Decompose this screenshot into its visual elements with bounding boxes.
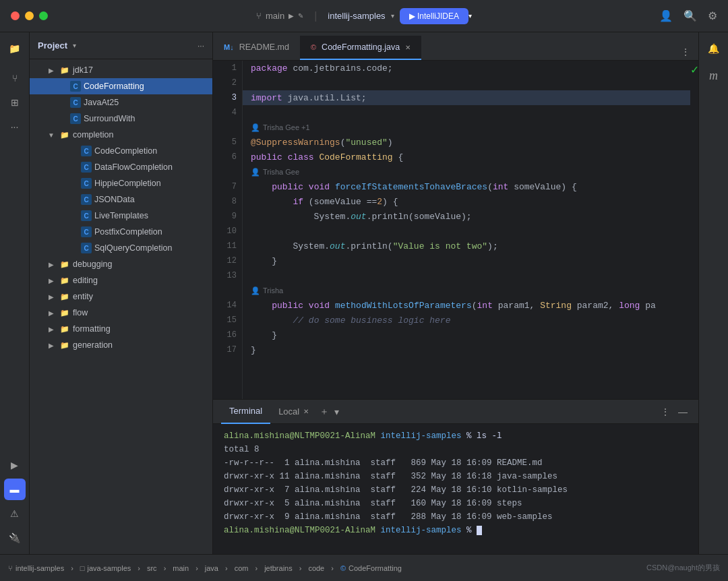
run-dropdown-icon[interactable]: ▾ [468, 12, 472, 20]
terminal-minimize-icon[interactable]: — [675, 404, 690, 420]
plain-17: } [251, 345, 256, 355]
folder-icon[interactable]: 📁 [4, 38, 26, 59]
terminal-add-icon[interactable]: ＋ [317, 403, 332, 421]
right-sidebar: 🔔 m [698, 32, 728, 554]
tree-item-DataFlowCompletion[interactable]: C DataFlowCompletion [30, 159, 212, 175]
plugins-icon[interactable]: 🔌 [4, 527, 26, 549]
panel-dropdown-icon[interactable]: ▾ [73, 42, 76, 49]
fullscreen-traffic-light[interactable] [39, 11, 48, 20]
git-annotation-text-1: Trisha Gee +1 [263, 123, 310, 131]
file-tree: ▶ 📁 jdk17 C CodeFormatting C JavaAt25 C … [30, 59, 212, 554]
run-button[interactable]: ▶ IntelliJIDEA [400, 8, 468, 24]
terminal-more-icon[interactable]: ⋮ [658, 404, 673, 420]
term-prompt-2: alina.mishina@NLTMP0021-AlinaM [224, 526, 375, 535]
class-breadcrumb-icon: © [340, 564, 346, 572]
italic-out-11: out [330, 241, 345, 251]
tree-label-generation: generation [73, 340, 113, 350]
tab-more-icon[interactable]: ⋮ [678, 44, 693, 60]
breadcrumb-src[interactable]: src [147, 564, 157, 572]
terminal-tab-main[interactable]: Terminal [221, 400, 270, 424]
tree-item-entity[interactable]: ▶ 📁 entity [30, 288, 212, 305]
tab-readme[interactable]: M↓ README.md [213, 36, 300, 60]
breadcrumb-codeformatting[interactable]: © CodeFormatting [340, 564, 402, 572]
check-icon: ✓ [690, 63, 699, 76]
kw-public-6: public [251, 152, 282, 162]
tree-label-flow: flow [73, 308, 88, 317]
tree-item-JavaAt25[interactable]: C JavaAt25 [30, 94, 212, 111]
terminal-tab-local-close-icon[interactable]: ✕ [303, 408, 309, 415]
problems-icon[interactable]: ⚠ [4, 503, 26, 524]
tree-item-completion[interactable]: ▼ 📁 completion [30, 127, 212, 143]
kw-void-14: void [309, 301, 330, 311]
tree-item-debugging[interactable]: ▶ 📁 debugging [30, 256, 212, 272]
code-line-12: } [243, 253, 690, 268]
terminal-content[interactable]: alina.mishina@NLTMP0021-AlinaM intellij-… [213, 424, 698, 554]
tree-item-SurroundWith[interactable]: C SurroundWith [30, 111, 212, 127]
search-icon[interactable]: 🔍 [684, 9, 697, 22]
term-output-7: drwxr-xr-x 9 alina.mishina staff 288 May… [224, 512, 553, 522]
tree-item-JSONData[interactable]: C JSONData [30, 191, 212, 208]
tree-item-LiveTemplates[interactable]: C LiveTemplates [30, 208, 212, 224]
terminal-dropdown-icon[interactable]: ▾ [332, 404, 342, 420]
folder-icon-jdk17: 📁 [59, 65, 70, 75]
tree-item-flow[interactable]: ▶ 📁 flow [30, 305, 212, 321]
tree-item-HippieCompletion[interactable]: C HippieCompletion [30, 175, 212, 191]
breadcrumb-java[interactable]: java [205, 564, 218, 572]
more-icon[interactable]: ··· [4, 116, 26, 137]
breadcrumb-main[interactable]: main [173, 564, 189, 572]
breadcrumb-com[interactable]: com [235, 564, 249, 572]
tree-item-formatting[interactable]: ▶ 📁 formatting [30, 321, 212, 337]
breadcrumb-code[interactable]: code [308, 564, 324, 572]
line-num-3: 3 [213, 90, 242, 105]
git-branch-status[interactable]: ⑂ intellij-samples [8, 564, 64, 572]
breadcrumb-jetbrains[interactable]: jetbrains [264, 564, 293, 572]
tree-item-CodeCompletion[interactable]: C CodeCompletion [30, 143, 212, 159]
class-icon-JSONData: C [81, 194, 92, 205]
bookmarks-icon[interactable]: m [703, 65, 725, 86]
line-num-14: 14 [213, 298, 242, 313]
kw-import: import [251, 93, 282, 103]
profile-icon[interactable]: 👤 [659, 9, 673, 22]
italic-out-9: out [351, 212, 366, 222]
term-cmd-1: % ls -l [466, 431, 502, 441]
tree-item-SqlQueryCompletion[interactable]: C SqlQueryCompletion [30, 240, 212, 256]
project-branch[interactable]: ⑂ main ▶ ✎ [256, 11, 303, 21]
run-panel-icon[interactable]: ▶ [4, 454, 26, 476]
term-output-4: drwxr-xr-x 11 alina.mishina staff 352 Ma… [224, 472, 557, 481]
tree-item-jdk17[interactable]: ▶ 📁 jdk17 [30, 62, 212, 78]
tree-item-PostfixCompletion[interactable]: C PostfixCompletion [30, 224, 212, 240]
kw-public-14: public [272, 301, 303, 311]
panel-header-actions[interactable]: ··· [198, 41, 204, 51]
term-line-7: drwxr-xr-x 9 alina.mishina staff 288 May… [224, 510, 688, 524]
class-icon-CodeCompletion: C [81, 146, 92, 156]
git-annotation-1: 👤 Trisha Gee +1 [243, 120, 690, 135]
status-bar: ⑂ intellij-samples › □ java-samples › sr… [0, 554, 728, 581]
notifications-icon[interactable]: 🔔 [703, 38, 725, 59]
tree-item-generation[interactable]: ▶ 📁 generation [30, 337, 212, 353]
line-numbers: 1 2 3 4 5 6 7 8 9 10 11 12 13 14 1 [213, 61, 243, 399]
folder-icon-formatting: 📁 [59, 324, 70, 334]
breadcrumb-sep-5: › [225, 564, 228, 572]
plain-16: } [251, 330, 277, 340]
minimize-traffic-light[interactable] [25, 11, 34, 20]
term-line-3: -rw-r--r-- 1 alina.mishina staff 869 May… [224, 456, 688, 470]
line-num-16: 16 [213, 328, 242, 342]
tree-item-CodeFormatting[interactable]: C CodeFormatting [30, 78, 212, 94]
tab-codeformatting[interactable]: © CodeFormatting.java ✕ [300, 36, 421, 60]
plain-8b: (someValue == [303, 197, 377, 207]
tree-arrow-completion: ▼ [46, 131, 57, 139]
method-force: forceIfStatementsTohaveBraces [335, 182, 487, 192]
tree-item-editing[interactable]: ▶ 📁 editing [30, 272, 212, 288]
method-lots: methodWithLotsOfParameters [335, 301, 472, 311]
modules-icon[interactable]: ⊞ [4, 92, 26, 113]
kw-int-14: int [477, 301, 493, 311]
breadcrumb-java-samples[interactable]: □ java-samples [80, 564, 131, 572]
close-traffic-light[interactable] [11, 11, 20, 20]
vcs-icon[interactable]: ⑂ [4, 67, 26, 89]
editor-scrollbar[interactable]: ✓ [690, 61, 698, 399]
terminal-icon[interactable]: ▬ [4, 479, 26, 500]
terminal-tab-local[interactable]: Local ✕ [270, 400, 317, 424]
code-content[interactable]: package com.jetbrains.code; import java.… [243, 61, 690, 399]
tab-close-icon[interactable]: ✕ [405, 44, 411, 51]
settings-icon[interactable]: ⚙ [708, 9, 717, 22]
